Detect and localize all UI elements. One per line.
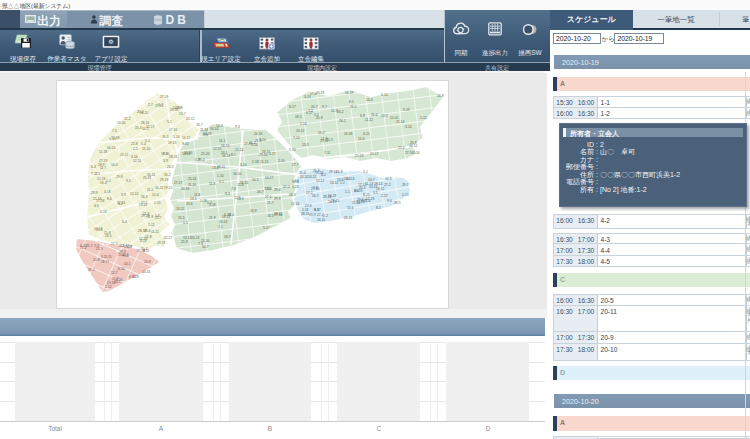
svg-text:11-8: 11-8 (194, 193, 201, 197)
svg-text:3-7: 3-7 (158, 103, 163, 107)
svg-text:7-5: 7-5 (112, 129, 117, 133)
svg-text:17-12: 17-12 (358, 183, 367, 187)
svg-text:17-10: 17-10 (161, 152, 170, 156)
svg-text:25-13: 25-13 (355, 154, 364, 158)
svg-text:12-15: 12-15 (117, 201, 126, 205)
svg-text:4-1: 4-1 (294, 179, 299, 183)
svg-text:21-14: 21-14 (396, 120, 405, 124)
svg-text:20-4: 20-4 (299, 171, 306, 175)
svg-text:1-10: 1-10 (217, 174, 224, 178)
svg-text:21-7: 21-7 (267, 201, 274, 205)
svg-text:16-8: 16-8 (437, 94, 444, 98)
svg-text:28-15: 28-15 (274, 212, 283, 216)
svg-text:8-5: 8-5 (349, 100, 354, 104)
svg-text:13-9: 13-9 (237, 197, 244, 201)
svg-text:23-12: 23-12 (186, 117, 195, 121)
svg-text:4-18: 4-18 (104, 190, 111, 194)
svg-text:3-5: 3-5 (373, 191, 378, 195)
svg-text:17-9: 17-9 (244, 142, 251, 146)
svg-text:16-5: 16-5 (267, 214, 274, 218)
svg-text:17-16: 17-16 (169, 128, 178, 132)
svg-text:7-1: 7-1 (218, 225, 223, 229)
svg-text:16-12: 16-12 (155, 186, 164, 190)
svg-text:14-4: 14-4 (111, 163, 118, 167)
svg-text:20-12: 20-12 (296, 129, 305, 133)
svg-text:20-2: 20-2 (164, 173, 171, 177)
svg-text:25-10: 25-10 (201, 152, 210, 156)
svg-text:5-14: 5-14 (173, 135, 180, 139)
svg-text:5-6: 5-6 (155, 214, 160, 218)
svg-text:13-13: 13-13 (183, 236, 192, 240)
svg-text:25-7: 25-7 (86, 244, 93, 248)
svg-text:13-17: 13-17 (316, 179, 325, 183)
svg-text:12-14: 12-14 (235, 148, 244, 152)
svg-text:1-10: 1-10 (300, 122, 307, 126)
svg-text:10-1: 10-1 (124, 262, 131, 266)
svg-text:11-18: 11-18 (99, 150, 107, 154)
svg-text:8-1: 8-1 (231, 153, 236, 157)
svg-text:8-17: 8-17 (289, 105, 296, 109)
svg-text:18-17: 18-17 (101, 260, 110, 264)
svg-text:16-10: 16-10 (317, 218, 326, 222)
svg-text:29-16: 29-16 (259, 153, 268, 157)
svg-text:13-19: 13-19 (203, 132, 212, 136)
svg-text:15-6: 15-6 (358, 137, 365, 141)
svg-text:14-12: 14-12 (409, 144, 418, 148)
svg-text:14-12: 14-12 (182, 152, 191, 156)
svg-text:5-2: 5-2 (314, 113, 319, 117)
svg-text:11-1: 11-1 (219, 139, 226, 143)
svg-text:25-2: 25-2 (118, 253, 125, 257)
svg-text:3-16: 3-16 (240, 163, 247, 167)
svg-text:10-1: 10-1 (252, 178, 259, 182)
svg-text:15-5: 15-5 (178, 216, 185, 220)
svg-text:1-12: 1-12 (420, 116, 427, 120)
svg-text:10-19: 10-19 (328, 194, 337, 198)
svg-text:2-7: 2-7 (148, 103, 153, 107)
svg-text:3-13: 3-13 (304, 95, 311, 99)
svg-text:6-15: 6-15 (129, 275, 136, 279)
svg-text:4-6: 4-6 (94, 204, 99, 208)
svg-text:1-10: 1-10 (289, 148, 296, 152)
svg-text:15-17: 15-17 (146, 125, 155, 129)
svg-text:8-6: 8-6 (354, 189, 359, 193)
svg-text:11-8: 11-8 (209, 182, 216, 186)
svg-text:8-3: 8-3 (225, 192, 230, 196)
svg-text:2-12: 2-12 (148, 223, 155, 227)
svg-text:27-18: 27-18 (137, 249, 146, 253)
svg-text:2-18: 2-18 (252, 160, 259, 164)
svg-text:24-17: 24-17 (370, 152, 379, 156)
svg-text:25-6: 25-6 (144, 229, 151, 233)
svg-text:18-7: 18-7 (224, 235, 231, 239)
svg-text:2-12: 2-12 (105, 285, 112, 289)
svg-text:10-10: 10-10 (117, 121, 126, 125)
svg-text:12-12: 12-12 (130, 192, 139, 196)
svg-text:5-1: 5-1 (167, 120, 172, 124)
svg-text:13-4: 13-4 (212, 166, 219, 170)
svg-text:21-14: 21-14 (352, 201, 361, 205)
svg-text:16-10: 16-10 (233, 172, 242, 176)
svg-text:14-4: 14-4 (366, 98, 373, 102)
svg-text:29-18: 29-18 (141, 214, 150, 218)
svg-text:16-15: 16-15 (221, 144, 230, 148)
svg-text:9-5: 9-5 (126, 179, 131, 183)
svg-text:16-7: 16-7 (312, 194, 319, 198)
svg-text:29-4: 29-4 (274, 188, 281, 192)
svg-text:17-18: 17-18 (111, 136, 120, 140)
svg-text:3-13: 3-13 (292, 185, 299, 189)
svg-text:9-3: 9-3 (235, 125, 240, 129)
svg-text:3-9: 3-9 (163, 159, 168, 163)
svg-text:17-18: 17-18 (96, 199, 105, 203)
svg-text:3-10: 3-10 (259, 138, 266, 142)
svg-text:9-7: 9-7 (322, 105, 327, 109)
svg-text:26-1: 26-1 (162, 135, 169, 139)
svg-text:27-17: 27-17 (174, 181, 183, 185)
svg-text:14-12: 14-12 (182, 136, 191, 140)
svg-text:2-13: 2-13 (402, 193, 409, 197)
svg-text:14-12: 14-12 (308, 175, 317, 179)
svg-text:9-14: 9-14 (251, 143, 258, 147)
svg-text:7-16: 7-16 (264, 187, 271, 191)
svg-text:5-17: 5-17 (269, 152, 276, 156)
svg-text:11-11: 11-11 (151, 230, 159, 234)
svg-text:26-5: 26-5 (394, 201, 401, 205)
svg-text:1-2: 1-2 (340, 181, 345, 185)
